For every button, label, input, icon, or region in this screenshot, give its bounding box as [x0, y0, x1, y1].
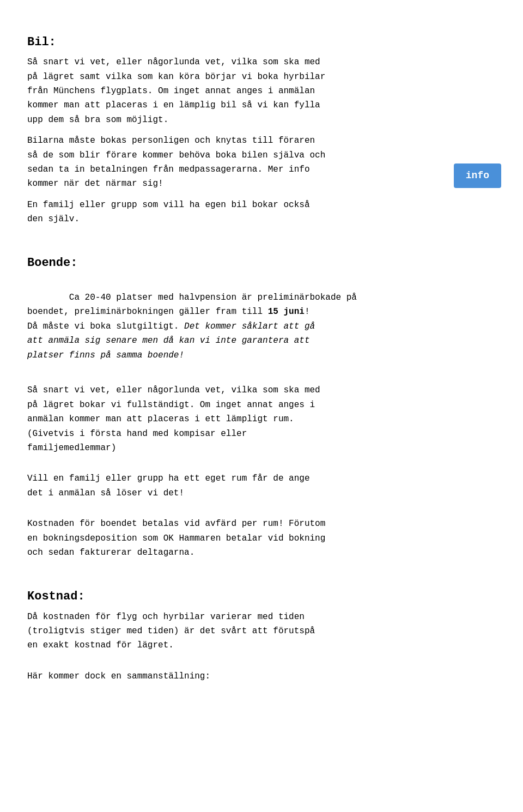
- info-badge[interactable]: info: [454, 163, 501, 188]
- boende-paragraph-4: Kostnaden för boendet betalas vid avfärd…: [27, 517, 496, 560]
- page-container: Bil: Så snart vi vet, eller någorlunda v…: [0, 0, 523, 812]
- bil-paragraph-3: En familj eller grupp som vill ha egen b…: [27, 198, 496, 227]
- boende-para1-bold: 15 juni: [268, 307, 305, 317]
- spacer-3: [27, 507, 496, 517]
- kostnad-paragraph-2: Här kommer dock en sammanställning:: [27, 669, 496, 683]
- boende-section: Boende: Ca 20-40 platser med halvpension…: [27, 253, 496, 560]
- bil-paragraph-2: Bilarna måste bokas personligen och knyt…: [27, 134, 496, 191]
- spacer-2: [27, 462, 496, 471]
- bil-section: Bil: Så snart vi vet, eller någorlunda v…: [27, 33, 496, 226]
- spacer-5: [27, 659, 496, 669]
- kostnad-paragraph-1: Då kostnaden för flyg och hyrbilar varie…: [27, 610, 496, 653]
- kostnad-section: Kostnad: Då kostnaden för flyg och hyrbi…: [27, 587, 496, 683]
- boende-paragraph-1: Ca 20-40 platser med halvpension är prel…: [27, 276, 496, 377]
- spacer-1: [27, 233, 496, 243]
- spacer-4: [27, 566, 496, 576]
- boende-heading: Boende:: [27, 253, 496, 272]
- bil-heading: Bil:: [27, 33, 496, 52]
- boende-paragraph-2: Så snart vi vet, eller någorlunda vet, v…: [27, 383, 496, 455]
- bil-paragraph-1: Så snart vi vet, eller någorlunda vet, v…: [27, 55, 496, 127]
- kostnad-heading: Kostnad:: [27, 587, 496, 606]
- boende-paragraph-3: Vill en familj eller grupp ha ett eget r…: [27, 471, 496, 500]
